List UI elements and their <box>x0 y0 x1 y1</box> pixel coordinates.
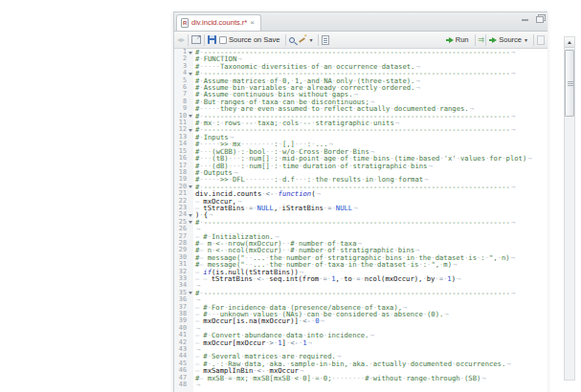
fold-spacer <box>187 63 193 70</box>
fold-spacer <box>187 240 193 247</box>
pane-window-controls <box>521 14 545 22</box>
code-line[interactable]: 25#·------------------------------------… <box>174 219 547 226</box>
fold-spacer <box>187 226 193 232</box>
fold-spacer <box>187 325 193 332</box>
popout-window-icon[interactable] <box>191 35 201 44</box>
scroll-thumb-grip <box>568 81 573 82</box>
code-line[interactable]: 33––tStratBins·<-·seq.int(from·=·1,·to·=… <box>174 275 547 282</box>
fold-chevron-icon[interactable] <box>187 290 193 296</box>
fold-chevron-icon[interactable] <box>187 126 193 133</box>
code-text: –mxOccur[is.na(mxOccur)]·<-·0¬ <box>193 317 324 324</box>
tab-bar: div.incid.counts.r* × <box>174 12 547 32</box>
fold-spacer <box>187 77 193 84</box>
r-script-file-icon <box>181 18 189 28</box>
source-on-save-label: Source on Save <box>229 35 279 44</box>
run-label: Run <box>456 35 469 44</box>
code-editor[interactable]: 1#·-------------------------------------… <box>174 49 547 392</box>
fold-spacer <box>187 148 193 155</box>
toolbar-separator <box>475 34 476 46</box>
fold-chevron-icon[interactable] <box>187 70 193 76</box>
code-line[interactable]: 47#–mxSB·=·mx;·mxSB[mxSB·<·0]·=·0;······… <box>174 375 547 381</box>
fold-spacer <box>187 296 193 303</box>
fold-spacer <box>187 381 193 388</box>
toolbar-separator <box>285 34 286 46</box>
fold-spacer <box>187 120 193 126</box>
restore-pane-icon[interactable] <box>535 14 545 22</box>
code-line[interactable]: 48¬ <box>174 381 547 388</box>
fold-spacer <box>187 134 193 141</box>
save-icon[interactable] <box>208 35 216 44</box>
fold-spacer <box>187 55 193 62</box>
rerun-arrows-icon[interactable]: ⇉ <box>479 36 483 44</box>
code-text: #–mxSB·=·mx;·mxSB[mxSB·<·0]·=·0;········… <box>193 375 486 381</box>
fold-spacer <box>187 91 193 98</box>
tab-div-incid-counts[interactable]: div.incid.counts.r* × <box>176 14 261 31</box>
screenshot-canvas: div.incid.counts.r* × ◂ ▸ Source on Save <box>0 0 581 392</box>
chevron-down-icon: ▾ <box>525 36 527 43</box>
tab-title: div.incid.counts.r* <box>191 18 247 27</box>
fold-spacer <box>187 84 193 91</box>
minimize-pane-icon[interactable] <box>521 14 530 22</box>
fold-spacer <box>187 339 193 346</box>
code-line[interactable]: 39–mxOccur[is.na(mxOccur)]·<-·0¬ <box>174 317 547 324</box>
code-tools-button[interactable]: ▾ <box>295 34 315 45</box>
fold-spacer <box>187 261 193 268</box>
tab-close-icon[interactable]: × <box>250 20 255 26</box>
source-button[interactable]: Source ▾ <box>489 34 530 45</box>
code-text: #·--------------------------------------… <box>193 219 515 226</box>
fold-chevron-icon[interactable] <box>187 211 193 218</box>
fold-chevron-icon[interactable] <box>187 219 193 226</box>
fold-spacer <box>187 98 193 105</box>
fold-spacer <box>187 360 193 367</box>
chevron-down-icon: ▾ <box>309 36 312 43</box>
code-line[interactable]: 35#·------------------------------------… <box>174 290 547 296</box>
fold-spacer <box>187 163 193 169</box>
code-text: ¬ <box>193 381 200 388</box>
fold-spacer <box>187 254 193 261</box>
compile-notebook-icon[interactable] <box>322 35 329 45</box>
code-text: –tStratBins·=·NULL,·iStratBins·=·NULL¬ <box>193 205 357 211</box>
code-line[interactable]: 42–mxOccur[mxOccur·>·1]·<-·1¬ <box>174 339 547 346</box>
forward-chevron-icon[interactable]: ▸ <box>181 36 185 44</box>
code-text: ––tStratBins·<-·seq.int(from·=·1,·to·=·n… <box>193 275 460 282</box>
fold-spacer <box>187 269 193 275</box>
fold-spacer <box>187 332 193 338</box>
source-arrow-icon <box>492 37 497 43</box>
find-magnifier-icon[interactable] <box>289 37 295 43</box>
fold-spacer <box>187 375 193 381</box>
fold-chevron-icon[interactable] <box>187 184 193 190</box>
code-text: #·--------------------------------------… <box>193 126 515 133</box>
toolbar-separator <box>318 34 319 46</box>
fold-spacer <box>187 247 193 253</box>
code-line[interactable]: 23–tStratBins·=·NULL,·iStratBins·=·NULL¬ <box>174 205 547 211</box>
scroll-up-arrow-icon[interactable] <box>565 37 574 48</box>
fold-spacer <box>187 190 193 197</box>
fold-spacer <box>187 155 193 162</box>
vertical-scrollbar[interactable] <box>564 36 575 381</box>
fold-chevron-icon[interactable] <box>187 49 193 55</box>
source-label: Source <box>499 35 522 44</box>
fold-spacer <box>187 198 193 205</box>
outline-page-icon[interactable] <box>537 35 545 45</box>
fold-spacer <box>187 105 193 112</box>
toolbar-separator <box>485 34 486 46</box>
scroll-thumb[interactable] <box>565 50 574 117</box>
run-button[interactable]: Run <box>446 34 472 45</box>
fold-spacer <box>187 311 193 317</box>
editor-toolbar: ◂ ▸ Source on Save ▾ Run <box>174 32 547 49</box>
fold-spacer <box>187 141 193 147</box>
line-number: 48 <box>174 381 187 388</box>
fold-spacer <box>187 176 193 183</box>
source-on-save-toggle[interactable]: Source on Save <box>216 34 282 45</box>
fold-spacer <box>187 275 193 282</box>
fold-spacer <box>187 346 193 353</box>
code-tools-wand-icon <box>298 35 306 44</box>
toolbar-separator <box>188 34 189 46</box>
fold-spacer <box>187 304 193 311</box>
toolbar-separator <box>533 34 534 46</box>
code-text: –mxOccur[mxOccur·>·1]·<-·1¬ <box>193 339 312 346</box>
source-on-save-checkbox[interactable] <box>219 36 227 44</box>
fold-spacer <box>187 317 193 324</box>
fold-chevron-icon[interactable] <box>187 113 193 120</box>
run-arrow-icon <box>449 37 454 43</box>
